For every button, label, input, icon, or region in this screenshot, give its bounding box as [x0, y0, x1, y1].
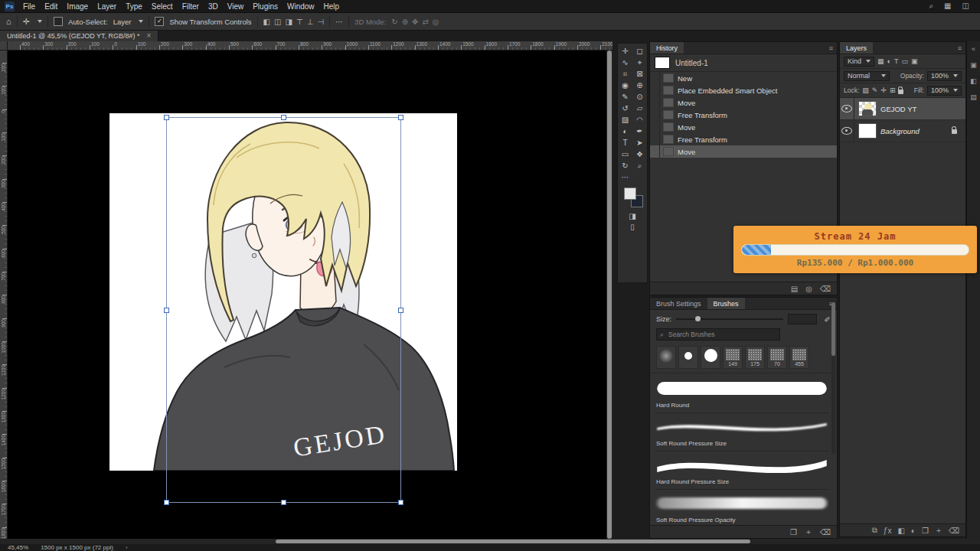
vertical-scrollbar-thumb[interactable]	[607, 51, 612, 539]
document-tab[interactable]: Untitled-1 @ 45,5% (GEJOD YT, RGB/8#) * …	[0, 31, 158, 41]
new-document-from-state-icon[interactable]: ▤	[791, 285, 798, 293]
lock-all-icon[interactable]	[898, 90, 903, 94]
delete-layer-icon[interactable]: ⌫	[949, 527, 959, 535]
transform-handle-middle-right[interactable]	[398, 308, 403, 313]
zoom-tool[interactable]: ⌕	[632, 160, 647, 171]
history-state[interactable]: Move	[650, 96, 837, 109]
pan-3d-icon[interactable]: ✥	[412, 18, 418, 26]
eyedropper-tool[interactable]: ◉	[618, 80, 632, 91]
transform-bounding-box[interactable]	[166, 117, 401, 503]
transform-handle-top-left[interactable]	[164, 115, 169, 120]
menu-item[interactable]: Type	[121, 0, 147, 13]
history-source-well[interactable]	[650, 96, 660, 109]
menu-item[interactable]: Edit	[40, 0, 62, 13]
gradient-tool[interactable]: ▨	[618, 114, 632, 126]
layer-filter-dropdown[interactable]: Kind	[844, 57, 874, 67]
shape-layer-filter-icon[interactable]: ▭	[901, 57, 908, 65]
rotate-view-tool[interactable]: ↻	[618, 160, 632, 171]
menu-item[interactable]: File	[18, 0, 40, 13]
collapse-panels-icon[interactable]: «	[972, 45, 975, 53]
brush-size-slider[interactable]	[676, 318, 783, 320]
menu-item[interactable]: Select	[147, 0, 178, 13]
properties-panel-icon[interactable]: ◧	[970, 77, 977, 85]
frame-tool[interactable]: ⊠	[632, 68, 647, 80]
align-top-icon[interactable]: ⊤	[296, 18, 303, 26]
lock-position-icon[interactable]: ✛	[880, 86, 887, 94]
lock-artboard-icon[interactable]: ⊞	[890, 86, 896, 94]
dodge-tool[interactable]: ◐	[618, 126, 632, 137]
smart-object-filter-icon[interactable]: ▣	[911, 57, 918, 65]
panel-tab[interactable]: Brush Settings	[650, 298, 707, 309]
Hard Round[interactable]: Hard Round	[655, 375, 829, 413]
menu-item[interactable]: View	[223, 0, 249, 13]
pen-tool[interactable]: ✒	[632, 126, 647, 137]
auto-select-value[interactable]: Layer	[113, 18, 132, 26]
Hard Round Pressure Size[interactable]: Hard Round Pressure Size	[655, 452, 829, 490]
vertical-scrollbar[interactable]	[606, 51, 612, 539]
visibility-toggle[interactable]	[840, 98, 854, 119]
panel-menu-icon[interactable]: ≡	[954, 42, 965, 54]
panel-tab[interactable]: Brushes	[707, 298, 745, 309]
dolly-3d-icon[interactable]: ◎	[433, 18, 439, 26]
GEJOD YT[interactable]: GEJOD YT	[840, 98, 965, 120]
Soft Round Pressure Size[interactable]: Soft Round Pressure Size	[655, 413, 829, 452]
arrange-documents-icon[interactable]: ◫	[962, 2, 969, 11]
brush-preset[interactable]: 175	[745, 346, 765, 369]
new-snapshot-icon[interactable]: ◎	[805, 285, 812, 293]
history-source-well[interactable]	[650, 121, 660, 133]
brush-preview-toggle-icon[interactable]: ✐	[825, 315, 831, 324]
delete-brush-icon[interactable]: ⌫	[820, 528, 831, 536]
history-state[interactable]: Move	[650, 145, 837, 158]
menu-item[interactable]: Image	[62, 0, 93, 13]
transform-handle-top-center[interactable]	[281, 115, 286, 120]
shape-tool[interactable]: ▭	[618, 148, 632, 160]
history-source-well[interactable]	[650, 84, 660, 96]
fill-value[interactable]: 100%	[927, 86, 962, 96]
path-selection-tool[interactable]: ➤	[632, 137, 647, 148]
workspace-switcher-icon[interactable]: ▦	[944, 2, 951, 11]
lock-transparency-icon[interactable]: ▨	[862, 86, 869, 94]
pasteboard[interactable]: GEJOD	[8, 51, 606, 539]
tab-layers[interactable]: Layers	[840, 42, 873, 54]
history-state[interactable]: Free Transform	[650, 109, 837, 121]
blur-tool[interactable]: ◠	[632, 114, 647, 126]
brush-tool[interactable]: ✎	[618, 91, 632, 103]
clone-stamp-tool[interactable]: ⊙	[632, 91, 647, 103]
eraser-tool[interactable]: ▱	[632, 103, 647, 114]
tab-history[interactable]: History	[650, 42, 684, 54]
new-brush-group-icon[interactable]: ❐	[790, 528, 797, 536]
history-state[interactable]: Place Embedded Smart Object	[650, 84, 837, 96]
new-layer-icon[interactable]: ＋	[935, 525, 942, 536]
transform-handle-bottom-left[interactable]	[164, 500, 169, 505]
type-layer-filter-icon[interactable]: T	[894, 57, 899, 65]
crop-tool[interactable]: ⌗	[618, 68, 632, 80]
Soft Round Pressure Opacity[interactable]: Soft Round Pressure Opacity	[655, 490, 829, 525]
menu-item[interactable]: Filter	[178, 0, 204, 13]
zoom-level[interactable]: 45,45%	[8, 544, 28, 551]
brush-preset-hard-round-large[interactable]	[701, 346, 720, 369]
move-tool-icon[interactable]: ✛	[23, 17, 30, 27]
layer-mask-icon[interactable]: ◧	[897, 527, 904, 535]
brush-search-input[interactable]	[667, 330, 776, 339]
history-state[interactable]: New	[650, 72, 837, 84]
menu-item[interactable]: Plugins	[248, 0, 283, 13]
brush-size-input[interactable]	[788, 314, 817, 324]
orbit-3d-icon[interactable]: ↻	[391, 18, 397, 26]
brush-list-scrollbar-thumb[interactable]	[831, 302, 835, 356]
roll-3d-icon[interactable]: ⊕	[402, 18, 408, 26]
auto-select-checkbox[interactable]	[54, 17, 63, 26]
history-source-well[interactable]	[650, 109, 660, 121]
foreground-color-swatch[interactable]	[624, 187, 636, 200]
menu-item[interactable]: 3D	[204, 0, 223, 13]
slide-3d-icon[interactable]: ⇄	[422, 18, 428, 26]
history-source-well[interactable]	[650, 72, 660, 84]
object-selection-tool[interactable]: ⌖	[632, 57, 647, 68]
pixel-layer-filter-icon[interactable]: ▦	[877, 57, 884, 65]
history-source-well[interactable]	[650, 145, 660, 158]
blend-mode-dropdown[interactable]: Normal	[844, 71, 890, 81]
opacity-value[interactable]: 100%	[927, 71, 962, 81]
close-tab-icon[interactable]: ×	[147, 32, 152, 40]
layer-effects-icon[interactable]: ƒx	[884, 527, 892, 535]
transform-handle-bottom-right[interactable]	[398, 500, 403, 505]
brush-preset[interactable]: 455	[789, 346, 809, 369]
